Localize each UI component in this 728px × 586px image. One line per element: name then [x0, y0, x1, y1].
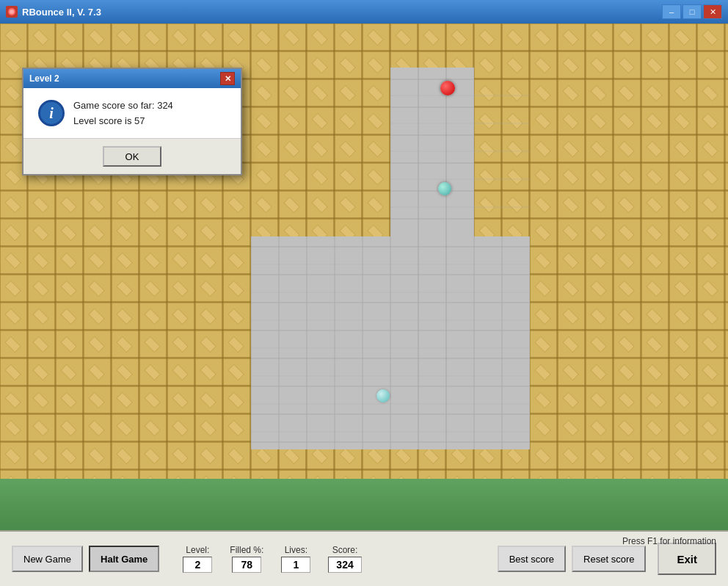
filled-value: 78	[232, 557, 261, 573]
ball-teal-2	[376, 389, 390, 402]
lives-label: Lives:	[285, 545, 307, 555]
app-icon	[6, 6, 18, 18]
ball-red	[440, 81, 455, 95]
svg-rect-16	[251, 236, 530, 449]
window-controls: – □ ✕	[662, 4, 722, 19]
title-text: RBounce II, V. 7.3	[22, 7, 101, 18]
maximize-button[interactable]: □	[682, 4, 702, 19]
dialog-close-button[interactable]: ✕	[220, 72, 235, 85]
level-stat: Level: 2	[183, 545, 212, 573]
score-stat: Score: 324	[328, 545, 361, 573]
score-value: 324	[328, 557, 361, 573]
best-score-button[interactable]: Best score	[498, 546, 566, 572]
halt-game-button[interactable]: Halt Game	[89, 546, 159, 572]
level-label: Level:	[186, 545, 209, 555]
lives-value: 1	[281, 557, 310, 573]
ball-teal-1	[438, 182, 451, 195]
game-container: Level 2 ✕ i Game score so far: 324 Level…	[0, 23, 728, 586]
level-complete-dialog: Level 2 ✕ i Game score so far: 324 Level…	[22, 68, 242, 176]
level-score-message: Level score is 57	[73, 115, 173, 126]
dialog-titlebar: Level 2 ✕	[23, 69, 241, 88]
reset-score-button[interactable]: Reset score	[572, 546, 646, 572]
toolbar: Press F1 for information New Game Halt G…	[0, 530, 728, 586]
score-label: Score:	[332, 545, 358, 555]
svg-point-2	[10, 10, 14, 14]
new-game-button[interactable]: New Game	[12, 546, 83, 572]
minimize-button[interactable]: –	[662, 4, 681, 19]
info-icon: i	[38, 100, 65, 126]
filled-stat: Filled %: 78	[230, 545, 263, 573]
close-button[interactable]: ✕	[703, 4, 722, 19]
modal-messages: Game score so far: 324 Level score is 57	[73, 100, 173, 126]
dialog-footer: OK	[23, 138, 241, 174]
exit-button[interactable]: Exit	[658, 543, 716, 575]
dialog-title: Level 2	[29, 73, 59, 84]
game-board: Level 2 ✕ i Game score so far: 324 Level…	[0, 23, 728, 530]
lives-stat: Lives: 1	[281, 545, 310, 573]
hint-text: Press F1 for information	[622, 536, 716, 546]
game-score-message: Game score so far: 324	[73, 100, 173, 111]
title-bar: RBounce II, V. 7.3 – □ ✕	[0, 0, 728, 23]
level-value: 2	[183, 557, 212, 573]
info-row: i Game score so far: 324 Level score is …	[38, 100, 173, 126]
filled-label: Filled %:	[230, 545, 263, 555]
svg-rect-14	[390, 68, 474, 214]
dialog-body: i Game score so far: 324 Level score is …	[23, 88, 241, 138]
score-buttons: Best score Reset score	[498, 546, 647, 572]
ok-button[interactable]: OK	[103, 146, 161, 167]
